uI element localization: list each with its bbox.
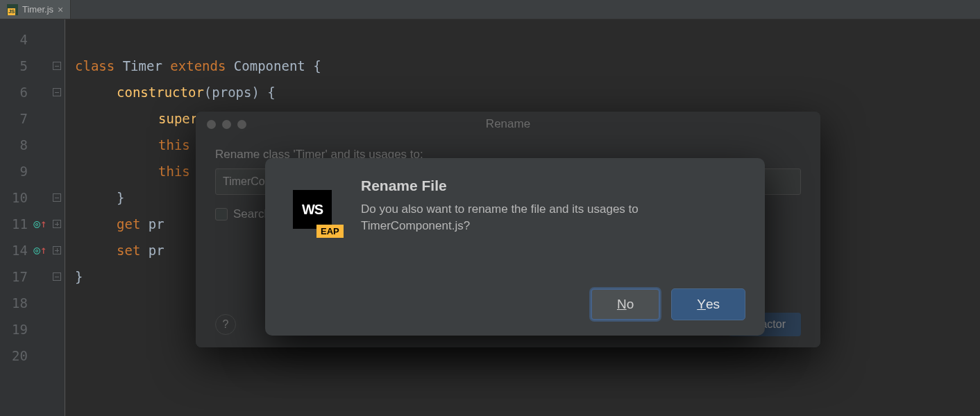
line-number: 20 (0, 343, 28, 369)
fold-expand-icon[interactable] (49, 211, 65, 237)
tab-filename: Timer.js (22, 4, 53, 15)
fold-toggle-icon[interactable] (49, 263, 65, 290)
yes-button[interactable]: Yes (671, 288, 745, 320)
fold-gutter (49, 19, 65, 416)
line-number: 4 (0, 26, 28, 53)
confirm-title: Rename File (361, 177, 745, 194)
js-file-icon: JS (7, 4, 18, 15)
line-number: 10 (0, 184, 28, 211)
line-number: 19 (0, 316, 28, 343)
fold-toggle-icon[interactable] (49, 53, 65, 79)
override-marker-icon[interactable]: ◎↑ (32, 237, 49, 263)
line-number: 8 (0, 132, 28, 158)
line-number: 9 (0, 158, 28, 184)
marker-gutter: ◎↑ ◎↑ (32, 19, 49, 416)
webstorm-logo-icon: WS (293, 190, 332, 229)
no-button[interactable]: No (591, 288, 660, 320)
app-icon: WS EAP (285, 175, 361, 319)
tab-close-icon[interactable]: × (58, 4, 63, 15)
line-number: 11 (0, 211, 28, 237)
line-number: 6 (0, 79, 28, 105)
editor-tab-bar: JS Timer.js × (0, 0, 980, 19)
eap-badge: EAP (316, 225, 344, 238)
line-number: 5 (0, 53, 28, 79)
rename-file-confirm-dialog: WS EAP Rename File Do you also want to r… (265, 158, 765, 336)
line-number: 18 (0, 290, 28, 316)
line-number: 17 (0, 263, 28, 290)
line-number-gutter: 4 5 6 7 8 9 10 11 14 17 18 19 20 (0, 19, 32, 416)
fold-toggle-icon[interactable] (49, 79, 65, 105)
line-number: 14 (0, 237, 28, 263)
override-marker-icon[interactable]: ◎↑ (32, 211, 49, 237)
line-number: 7 (0, 105, 28, 132)
file-tab[interactable]: JS Timer.js × (0, 0, 71, 19)
fold-expand-icon[interactable] (49, 237, 65, 263)
fold-toggle-icon[interactable] (49, 184, 65, 211)
confirm-message: Do you also want to rename the file and … (361, 201, 745, 234)
